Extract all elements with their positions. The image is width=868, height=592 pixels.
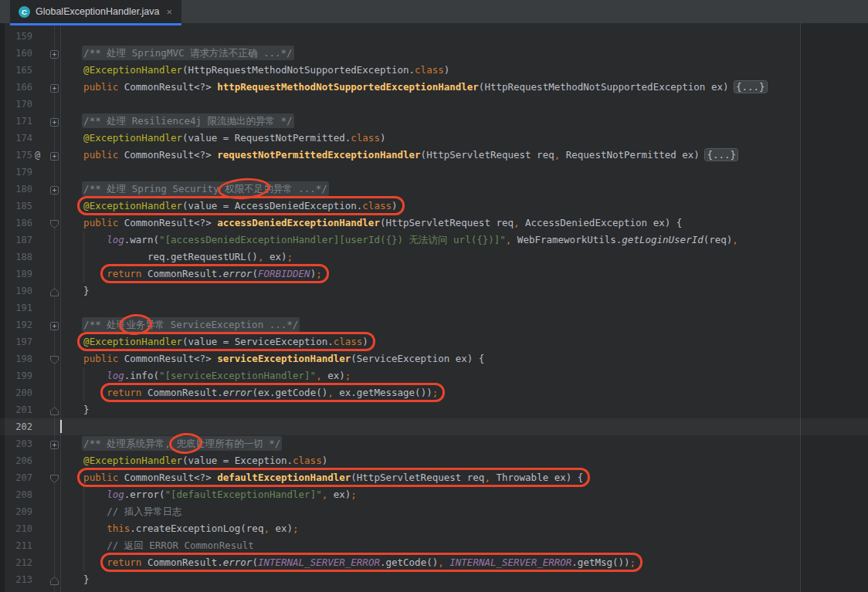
code-text[interactable] [60, 418, 62, 435]
code-line: 175@ public CommonResult<?> requestNotPe… [0, 147, 868, 164]
code-text[interactable]: // 插入异常日志 [60, 503, 182, 520]
code-line: 211 // 返回 ERROR CommonResult [0, 537, 868, 554]
code-text[interactable]: log.warn("[accessDeniedExceptionHandler]… [60, 232, 738, 249]
code-line: 171 /** 处理 Resilience4j 限流抛出的异常 */ [0, 113, 868, 130]
code-text[interactable]: return CommonResult.error(ex.getCode(), … [60, 384, 438, 401]
code-segment: @ExceptionHandler [83, 336, 182, 347]
code-text[interactable]: } [60, 571, 90, 588]
fold-plus-icon[interactable] [49, 184, 59, 194]
line-number: 199 [0, 367, 32, 384]
code-segment: // 返回 ERROR CommonResult [107, 540, 254, 551]
code-line-content: /** 处理系统异常, 兜底处理所有的一切 */ [83, 435, 280, 452]
code-segment: error [223, 387, 253, 398]
line-number: 202 [0, 418, 32, 435]
code-text[interactable]: log.error("[defaultExceptionHandler]", e… [60, 486, 357, 503]
tab-global-exception-handler[interactable]: C GlobalExceptionHandler.java × [10, 0, 181, 25]
code-text[interactable]: /** 处理 Spring Security 权限不足的异常 ...*/ [60, 181, 327, 198]
code-text[interactable]: @ExceptionHandler(value = Exception.clas… [60, 452, 327, 469]
fold-down-icon[interactable] [49, 472, 59, 482]
code-text[interactable]: @ExceptionHandler(value = AccessDeniedEx… [60, 198, 398, 215]
fold-up-icon[interactable] [49, 574, 59, 584]
line-number: 197 [0, 333, 32, 350]
code-text[interactable]: log.info("[serviceExceptionHandler]", ex… [60, 367, 351, 384]
code-line-content: public CommonResult<?> serviceExceptionH… [83, 350, 484, 367]
fold-up-icon[interactable] [49, 286, 59, 296]
code-text[interactable]: public CommonResult<?> defaultExceptionH… [60, 469, 583, 486]
code-segment: } [83, 285, 90, 296]
code-segment: "[serviceExceptionHandler]" [159, 370, 316, 381]
code-line-content: log.warn("[accessDeniedExceptionHandler]… [107, 232, 738, 249]
line-number: 200 [0, 384, 32, 401]
close-tab-icon[interactable]: × [167, 7, 173, 17]
code-text[interactable]: public CommonResult<?> httpRequestMethod… [60, 79, 767, 96]
code-segment: .warn( [124, 234, 159, 245]
fold-plus-icon[interactable] [49, 82, 59, 92]
code-segment: .getCode() [380, 556, 438, 568]
code-segment: serviceExceptionHandler [217, 353, 351, 364]
line-number: 175 [0, 147, 32, 164]
code-text[interactable]: public CommonResult<?> serviceExceptionH… [60, 350, 484, 367]
code-line: 187 log.warn("[accessDeniedExceptionHand… [0, 232, 868, 249]
code-line: 189 return CommonResult.error(FORBIDDEN)… [0, 266, 868, 282]
fold-plus-icon[interactable] [49, 320, 59, 330]
fold-plus-icon[interactable] [49, 48, 59, 58]
code-line: 179 [0, 164, 868, 181]
code-segment: ) [322, 455, 328, 466]
code-segment: 的异常 ...*/ [263, 183, 327, 195]
code-line: 197 @ExceptionHandler(value = ServiceExc… [0, 333, 868, 350]
code-text[interactable]: public CommonResult<?> requestNotPermitt… [60, 147, 737, 164]
code-segment: WebFrameworkUtils. [511, 234, 622, 245]
code-text[interactable]: /** 处理 SpringMVC 请求方法不正确 ...*/ [60, 45, 293, 62]
code-segment: req.getRequestURL() [147, 251, 258, 262]
fold-down-icon[interactable] [49, 354, 59, 364]
red-circled-text: 业务 [126, 319, 145, 330]
code-segment: AccessDeniedException ex) { [520, 217, 683, 228]
code-line: 208 log.error("[defaultExceptionHandler]… [0, 486, 868, 503]
code-segment: (HttpRequestMethodNotSupportedException … [479, 81, 734, 93]
fold-plus-icon[interactable] [49, 438, 59, 448]
red-boxed-code: return CommonResult.error(ex.getCode(), … [107, 384, 438, 401]
code-segment: ; [287, 251, 293, 262]
fold-plus-icon[interactable] [49, 150, 59, 160]
code-segment: CommonResult<?> [118, 149, 217, 161]
code-text[interactable]: /** 处理系统异常, 兜底处理所有的一切 */ [60, 435, 280, 452]
code-segment: INTERNAL_SERVER_ERROR [258, 556, 380, 568]
fold-up-icon[interactable] [49, 404, 59, 414]
code-text[interactable]: public CommonResult<?> accessDeniedExcep… [60, 215, 682, 232]
editor-area[interactable]: 159160 /** 处理 SpringMVC 请求方法不正确 ...*/165… [0, 23, 868, 592]
line-number: 213 [0, 571, 32, 588]
code-text[interactable]: return CommonResult.error(FORBIDDEN); [60, 266, 322, 282]
code-segment: ; [316, 268, 322, 279]
code-segment: CommonResult<?> [118, 472, 217, 483]
line-number: 190 [0, 282, 32, 299]
code-line: 160 /** 处理 SpringMVC 请求方法不正确 ...*/ [0, 45, 868, 62]
code-text[interactable]: this.createExceptionLog(req, ex); [60, 520, 299, 537]
code-segment: (ex.getCode() [252, 387, 327, 398]
code-text[interactable]: @ExceptionHandler(HttpRequestMethodNotSu… [60, 62, 449, 79]
code-segment: , [263, 523, 270, 534]
code-text[interactable]: return CommonResult.error(INTERNAL_SERVE… [60, 554, 636, 571]
code-text[interactable]: @ExceptionHandler(value = RequestNotPerm… [60, 130, 385, 147]
code-segment: ) [444, 64, 450, 76]
code-text[interactable]: @ExceptionHandler(value = ServiceExcepti… [60, 333, 368, 350]
code-line: 207 public CommonResult<?> defaultExcept… [0, 469, 868, 486]
code-line-content: @ExceptionHandler(HttpRequestMethodNotSu… [83, 62, 449, 79]
red-boxed-code: return CommonResult.error(INTERNAL_SERVE… [107, 554, 636, 571]
code-text[interactable]: // 返回 ERROR CommonResult [60, 537, 254, 554]
code-segment: CommonResult<?> [118, 217, 217, 228]
code-text[interactable]: } [60, 282, 90, 299]
code-text[interactable]: req.getRequestURL(), ex); [60, 249, 293, 266]
code-text[interactable]: } [60, 401, 90, 418]
code-text[interactable]: /** 处理业务异常 ServiceException ...*/ [60, 316, 298, 333]
code-segment: public [83, 353, 118, 364]
code-segment: , [732, 234, 738, 245]
line-number: 201 [0, 401, 32, 418]
code-segment: ; [630, 556, 636, 568]
code-line: 159 [0, 28, 868, 45]
code-line-content: this.createExceptionLog(req, ex); [107, 520, 298, 537]
fold-plus-icon[interactable] [49, 116, 59, 126]
fold-down-icon[interactable] [49, 218, 59, 228]
code-segment: (value = ServiceException. [182, 336, 334, 347]
code-segment: /** 处理 Resilience4j 限流抛出的异常 */ [83, 115, 293, 127]
code-text[interactable]: /** 处理 Resilience4j 限流抛出的异常 */ [60, 113, 293, 130]
